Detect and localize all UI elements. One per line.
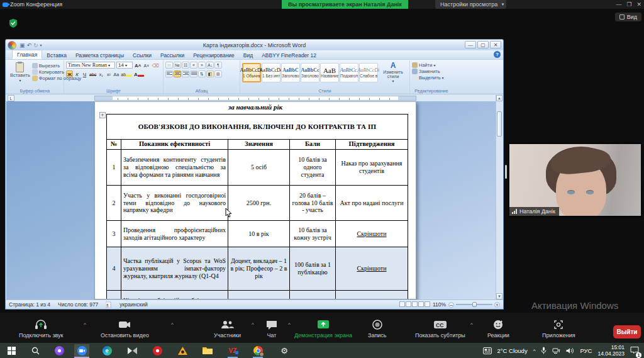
clock[interactable]: 15:01 14.04.2023 [597, 344, 625, 357]
taskbar-search-button[interactable] [28, 344, 43, 357]
style-normal[interactable]: AaBbCcDc 1 Обычный [242, 63, 261, 82]
replace-button[interactable]: Заменить [412, 69, 451, 74]
save-icon[interactable]: ▣ [19, 42, 25, 48]
spellcheck-icon[interactable]: а [106, 301, 112, 308]
tab-abbyy[interactable]: ABBYY FineReader 12 [257, 51, 321, 59]
taskbar-vz-app[interactable]: VZ [225, 344, 240, 357]
align-right-button[interactable] [182, 70, 189, 77]
word-minimize-button[interactable]: — [465, 41, 476, 48]
style-no-spacing[interactable]: AaBbCcDc 1 Без инте... [262, 63, 280, 82]
subtitles-chevron-icon[interactable]: ^ [470, 322, 473, 327]
style-title[interactable]: AaB Название [320, 63, 339, 82]
change-styles-button[interactable]: A Изменить стили ▾ [379, 62, 408, 83]
tray-expand-icon[interactable]: ^ [533, 348, 536, 354]
chat-chevron-icon[interactable]: ^ [288, 322, 291, 327]
help-icon[interactable]: ? [494, 51, 501, 58]
vertical-scrollbar[interactable]: ▲ ▼ [496, 95, 502, 299]
reactions-button[interactable]: Реакции [487, 319, 509, 338]
zoom-view-button[interactable]: Вид [615, 13, 641, 21]
tab-home[interactable]: Главная [12, 50, 42, 59]
align-center-button[interactable] [174, 70, 181, 77]
close-button[interactable]: ✕ [636, 0, 641, 9]
line-spacing-button[interactable]: ⇅ [198, 70, 206, 77]
taskbar-chrome-app[interactable] [250, 344, 265, 357]
word-count[interactable]: Число слов: 977 [58, 301, 98, 308]
document-page[interactable]: за навчальний рік + ОБОВ'ЯЗКОВІ ДО ВИКОН… [94, 101, 416, 299]
align-left-button[interactable] [165, 70, 173, 77]
tab-view[interactable]: Вид [239, 51, 257, 59]
maximize-button[interactable]: ❐ [626, 0, 631, 9]
table-move-handle[interactable]: + [99, 112, 106, 118]
bullets-button[interactable]: ∷ [165, 62, 173, 69]
qat-more-icon[interactable]: ▾ [40, 42, 42, 48]
strikethrough-button[interactable]: abc [89, 70, 97, 77]
weather-text[interactable]: 2°C Cloudy [497, 347, 528, 354]
tab-references[interactable]: Ссылки [128, 51, 156, 59]
minimize-button[interactable]: — [616, 0, 621, 9]
view-settings-button[interactable]: Настройки просмотра ▾ [435, 0, 506, 9]
tab-insert[interactable]: Вставка [42, 51, 71, 59]
style-heading1[interactable]: AaBbC Заголово... [281, 63, 300, 82]
show-marks-button[interactable]: ¶ [214, 62, 222, 69]
scroll-up-icon[interactable]: ▲ [496, 95, 502, 101]
join-audio-button[interactable]: Подключить звук [19, 319, 64, 338]
justify-button[interactable] [190, 70, 197, 77]
volume-icon[interactable] [566, 347, 574, 354]
highlight-button[interactable]: ab [120, 70, 133, 77]
zoom-in-icon[interactable]: + [494, 302, 500, 308]
increase-indent-button[interactable]: » [198, 62, 206, 69]
underline-button[interactable]: Ч [81, 70, 88, 77]
shading-button[interactable]: ◧ [206, 70, 214, 77]
zoom-slider[interactable]: – + [448, 302, 500, 308]
taskbar-zoom-app[interactable] [74, 344, 89, 357]
word-maximize-button[interactable]: ▢ [477, 41, 489, 48]
zoom-level[interactable]: 110% [433, 301, 446, 308]
stop-video-button[interactable]: Остановить видео [101, 319, 149, 338]
subtitles-button[interactable]: CC Показать субтитры [415, 319, 465, 338]
record-button[interactable]: Запись [368, 319, 387, 338]
sort-button[interactable]: А↓ [206, 62, 214, 69]
paste-dropdown-icon[interactable]: ▾ [19, 78, 21, 82]
join-audio-chevron-icon[interactable]: ^ [84, 322, 86, 327]
tab-selector[interactable]: L [8, 95, 14, 101]
undo-icon[interactable]: ↶ [27, 42, 32, 48]
zoom-slider-knob[interactable] [472, 302, 477, 307]
share-screen-button[interactable]: Демонстрация экрана [294, 319, 352, 338]
network-icon[interactable] [552, 347, 560, 354]
bold-button[interactable]: Ж [66, 70, 73, 77]
italic-button[interactable]: К [74, 70, 80, 77]
change-case-button[interactable]: Aa [113, 70, 119, 77]
numbering-button[interactable]: № [174, 62, 181, 69]
participant-video[interactable]: Наталія Данік [508, 143, 642, 217]
scrollbar-thumb[interactable] [497, 111, 502, 137]
microphone-icon[interactable] [541, 347, 547, 354]
font-size-combobox[interactable]: 14 ▾ [116, 62, 133, 69]
borders-button[interactable]: ⊞ [214, 70, 222, 77]
apps-button[interactable]: Приложения [542, 319, 575, 338]
office-button[interactable] [8, 41, 16, 50]
leave-meeting-button[interactable]: Выйти [613, 325, 641, 338]
clear-formatting-button[interactable]: ⌫ [151, 62, 159, 69]
input-language[interactable]: РУС [580, 347, 592, 354]
superscript-button[interactable]: x² [105, 70, 112, 77]
style-heading2[interactable]: AaBbCc Заголово... [301, 63, 319, 82]
chat-button[interactable]: Чат [265, 319, 278, 338]
taskbar-settings-app[interactable]: ⚙ [277, 344, 292, 357]
taskbar-edge-app[interactable]: e [99, 344, 114, 357]
tab-review[interactable]: Рецензирование [189, 51, 239, 59]
zoom-out-icon[interactable]: – [448, 302, 454, 308]
paste-button[interactable]: Вставить ▾ [8, 62, 32, 83]
taskbar-file-explorer[interactable] [200, 344, 215, 357]
video-panel-drag-handle[interactable] [505, 165, 507, 179]
horizontal-ruler[interactable] [94, 96, 416, 101]
font-color-button[interactable]: А [133, 70, 145, 77]
subscript-button[interactable]: x₂ [97, 70, 104, 77]
participants-chevron-icon[interactable]: ^ [252, 322, 254, 327]
find-button[interactable]: Найти▾ [412, 62, 451, 68]
view-mode-buttons[interactable] [399, 301, 430, 308]
taskbar-assistant-app[interactable] [52, 344, 67, 357]
taskbar-triangle-app[interactable] [175, 344, 190, 357]
tab-mailings[interactable]: Рассылки [156, 51, 189, 59]
tab-page-layout[interactable]: Разметка страницы [71, 51, 128, 59]
font-name-combobox[interactable]: Times New Roman ▾ [66, 62, 115, 69]
